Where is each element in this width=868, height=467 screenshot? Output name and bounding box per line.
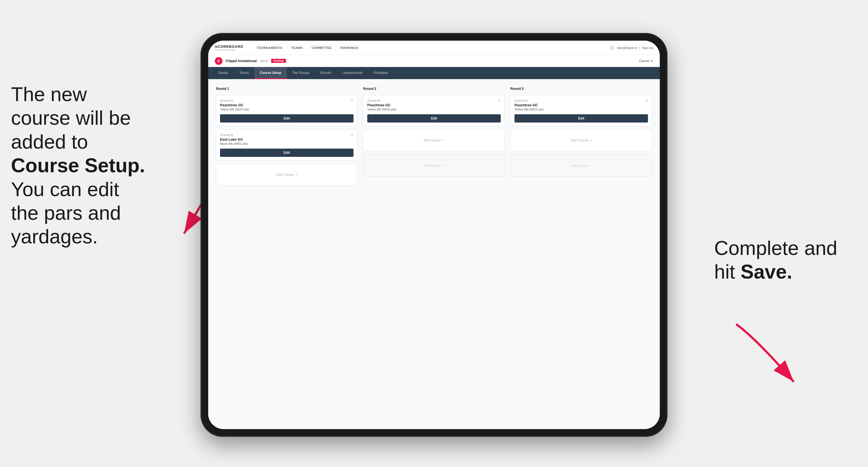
tab-tee-groups[interactable]: Tee Groups xyxy=(287,67,315,79)
round-2-column: Round 2 ✕ (Course A) Peachtree GC Yellow… xyxy=(363,87,505,186)
annotation-line4: Course Setup. xyxy=(11,154,145,176)
tournament-header: C Clippd Invitational (Men) Hosting Canc… xyxy=(208,55,660,67)
round-2-course-a-name: Peachtree GC xyxy=(367,103,501,107)
round-1-course-b-label: (Course B) xyxy=(220,133,353,136)
round-1-add-course-plus-icon: + xyxy=(295,173,297,177)
round-3-course-a-edit-button[interactable]: Edit xyxy=(515,114,648,123)
round-3-add-course-disabled: Add Course + xyxy=(510,155,652,177)
round-1-course-a-delete-icon[interactable]: ✕ xyxy=(350,98,354,103)
round-2-course-a-label: (Course A) xyxy=(367,99,501,102)
right-annotation-line2prefix: hit xyxy=(714,261,741,283)
cancel-button[interactable]: Cancel ✕ xyxy=(639,59,653,63)
round-1-add-course-label: Add Course xyxy=(276,173,293,177)
nav-tournaments[interactable]: TOURNAMENTS xyxy=(256,45,282,51)
round-3-add-course-disabled-plus-icon: + xyxy=(590,164,592,167)
round-2-add-course-disabled: Add Course + xyxy=(363,155,505,177)
right-annotation-line1: Complete and xyxy=(714,237,837,259)
round-2-course-a-details: Yellow (M) (6629 yds) xyxy=(367,108,501,111)
annotation-line3: added to xyxy=(11,131,88,153)
sign-out-link[interactable]: Sign out xyxy=(642,46,653,50)
top-nav: SCOREBOARD Powered by clippd TOURNAMENTS… xyxy=(208,41,660,55)
left-annotation: The new course will be added to Course S… xyxy=(11,83,170,249)
tab-teams[interactable]: Teams xyxy=(234,67,254,79)
round-1-course-a-name: Peachtree GC xyxy=(220,103,353,107)
round-1-course-a-label: (Course A) xyxy=(220,99,353,102)
annotation-line2: course will be xyxy=(11,107,131,129)
tablet-screen: SCOREBOARD Powered by clippd TOURNAMENTS… xyxy=(208,41,660,429)
nav-teams[interactable]: TEAMS xyxy=(291,45,303,51)
round-2-add-course-label: Add Course xyxy=(424,138,441,142)
tournament-division: (Men) xyxy=(260,59,268,63)
round-3-label: Round 3 xyxy=(510,87,652,91)
round-3-course-a-label: (Course A) xyxy=(515,99,648,102)
round-1-course-a-card: ✕ (Course A) Peachtree GC Yellow (M) (66… xyxy=(216,95,358,126)
round-2-course-a-delete-icon[interactable]: ✕ xyxy=(497,98,502,103)
tabs-bar: Details Teams Course Setup Tee Groups Re… xyxy=(208,67,660,79)
arrow-right-icon xyxy=(728,316,805,393)
round-2-label: Round 2 xyxy=(363,87,505,91)
tab-printables[interactable]: Printables xyxy=(368,67,394,79)
round-2-course-a-card: ✕ (Course A) Peachtree GC Yellow (M) (66… xyxy=(363,95,505,126)
nav-committee[interactable]: COMMITTEE xyxy=(312,45,332,51)
hosting-badge: Hosting xyxy=(271,59,286,63)
round-3-course-a-delete-icon[interactable]: ✕ xyxy=(644,98,649,103)
round-1-course-b-delete-icon[interactable]: ✕ xyxy=(350,132,354,137)
round-3-course-a-name: Peachtree GC xyxy=(515,103,648,107)
annotation-line5: You can edit xyxy=(11,178,119,200)
tab-course-setup[interactable]: Course Setup xyxy=(254,67,287,79)
round-1-course-b-edit-button[interactable]: Edit xyxy=(220,149,353,157)
nav-user: blair@clippd.io | Sign out xyxy=(609,45,653,51)
tab-details[interactable]: Details xyxy=(213,67,234,79)
clippd-logo-icon: C xyxy=(215,57,222,65)
round-3-course-a-details: Yellow (M) (6629 yds) xyxy=(515,108,648,111)
logo-subtext: Powered by clippd xyxy=(215,49,243,51)
round-1-add-course-button[interactable]: Add Course + xyxy=(216,164,358,186)
round-2-add-course-plus-icon: + xyxy=(442,138,444,142)
user-email: blair@clippd.io xyxy=(617,46,637,50)
tournament-name: Clippd Invitational xyxy=(226,59,257,63)
annotation-line7: yardages. xyxy=(11,225,98,248)
round-1-course-b-card: ✕ (Course B) East Lake GC Black (M) (689… xyxy=(216,129,358,160)
round-2-add-course-disabled-label: Add Course xyxy=(424,164,441,167)
round-1-course-a-details: Yellow (M) (6629 yds) xyxy=(220,108,353,111)
round-1-column: Round 1 ✕ (Course A) Peachtree GC Yellow… xyxy=(216,87,358,186)
tab-results[interactable]: Results xyxy=(315,67,337,79)
main-content: Round 1 ✕ (Course A) Peachtree GC Yellow… xyxy=(208,79,660,429)
annotation-line6: the pars and xyxy=(11,202,121,224)
round-3-add-course-disabled-label: Add Course xyxy=(571,164,588,167)
user-avatar xyxy=(609,45,615,51)
round-2-add-course-disabled-plus-icon: + xyxy=(442,164,444,167)
round-3-add-course-plus-icon: + xyxy=(590,138,592,142)
annotation-line1: The new xyxy=(11,83,87,105)
nav-separator: | xyxy=(639,46,640,50)
round-1-course-a-edit-button[interactable]: Edit xyxy=(220,114,353,123)
right-annotation: Complete and hit Save. xyxy=(714,236,846,284)
nav-rankings[interactable]: RANKINGS xyxy=(341,45,359,51)
round-1-course-b-name: East Lake GC xyxy=(220,137,353,142)
tablet-frame: SCOREBOARD Powered by clippd TOURNAMENTS… xyxy=(200,33,668,437)
scoreboard-logo: SCOREBOARD Powered by clippd xyxy=(215,44,243,51)
round-3-add-course-label: Add Course xyxy=(571,138,588,142)
round-2-add-course-button[interactable]: Add Course + xyxy=(363,129,505,151)
round-1-label: Round 1 xyxy=(216,87,358,91)
round-1-course-b-details: Black (M) (6891 yds) xyxy=(220,142,353,145)
logo-text: SCOREBOARD xyxy=(215,44,243,49)
round-3-column: Round 3 ✕ (Course A) Peachtree GC Yellow… xyxy=(510,87,652,186)
round-3-add-course-button[interactable]: Add Course + xyxy=(510,129,652,151)
right-annotation-save: Save. xyxy=(741,261,792,283)
tab-leaderboards[interactable]: Leaderboards xyxy=(337,67,368,79)
round-3-course-a-card: ✕ (Course A) Peachtree GC Yellow (M) (66… xyxy=(510,95,652,126)
rounds-grid: Round 1 ✕ (Course A) Peachtree GC Yellow… xyxy=(216,87,652,186)
round-2-course-a-edit-button[interactable]: Edit xyxy=(367,114,501,123)
